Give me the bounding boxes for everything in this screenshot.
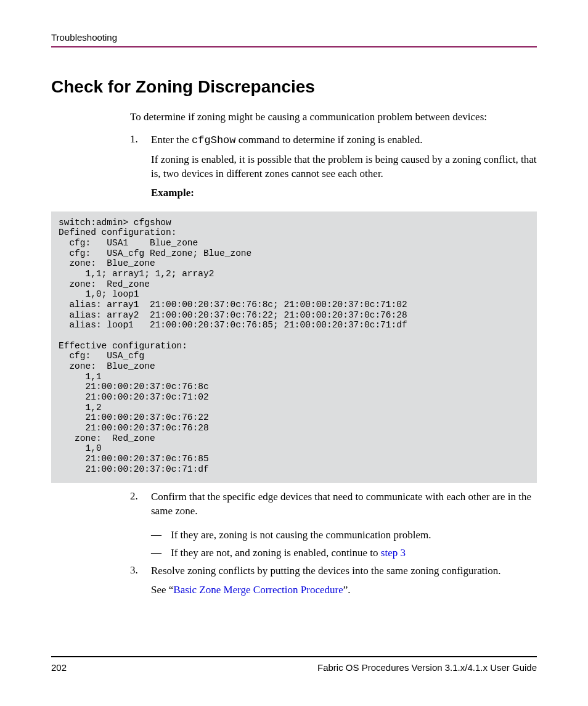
step-text: Confirm that the specific edge devices t… [151,490,537,519]
sub-bullet-text: If they are not, and zoning is enabled, … [171,547,381,559]
step-text: Resolve zoning conflicts by putting the … [151,564,537,578]
page-number: 202 [51,662,67,673]
step-3: 3. Resolve zoning conflicts by putting t… [130,564,537,602]
step-number: 2. [130,490,151,523]
step-number: 3. [130,564,151,602]
intro-paragraph: To determine if zoning might be causing … [130,110,537,125]
step-3-link[interactable]: step 3 [381,547,406,559]
code-block: switch:admin> cfgshow Defined configurat… [51,211,537,483]
step-number: 1. [130,133,151,207]
step-text: command to determine if zoning is enable… [236,134,423,146]
document-title: Fabric OS Procedures Version 3.1.x/4.1.x… [317,662,537,673]
dash-icon: — [151,546,171,560]
step-followup: If zoning is enabled, it is possible tha… [151,153,537,181]
inline-command: cfgShow [192,134,235,146]
see-text: See “ [151,584,173,596]
example-label: Example: [151,186,537,200]
sub-bullet: — If they are, zoning is not causing the… [130,528,537,543]
page-title: Check for Zoning Discrepancies [51,77,537,97]
step-2: 2. Confirm that the specific edge device… [130,490,537,523]
sub-bullet: — If they are not, and zoning is enabled… [130,546,537,560]
page-footer: 202 Fabric OS Procedures Version 3.1.x/4… [51,656,537,673]
dash-icon: — [151,528,171,543]
zone-merge-procedure-link[interactable]: Basic Zone Merge Correction Procedure [173,584,343,596]
see-text: ”. [343,584,351,596]
sub-bullet-text: If they are, zoning is not causing the c… [171,528,537,543]
step-text: Enter the [151,134,192,146]
header-section-label: Troubleshooting [51,32,537,47]
step-1: 1. Enter the cfgShow command to determin… [130,133,537,207]
